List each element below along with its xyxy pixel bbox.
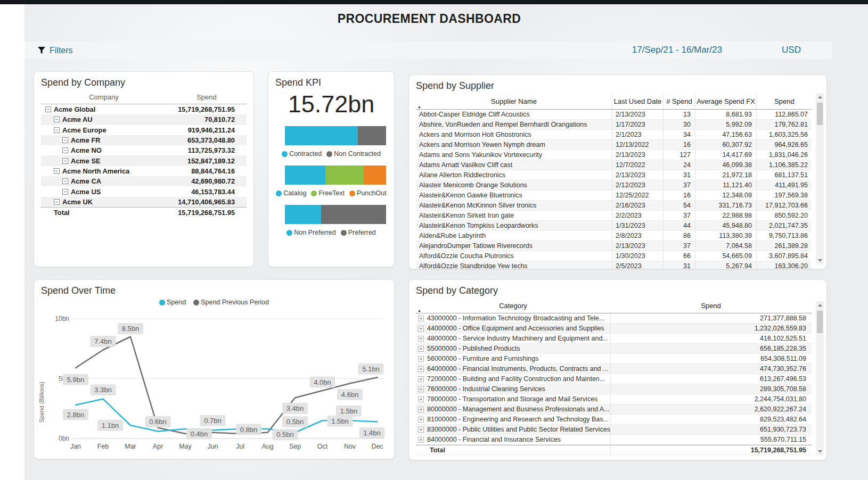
expand-icon[interactable]: + [418, 366, 424, 372]
supplier-row[interactable]: Ackers and Morrison Holt Ghostronics2/1/… [416, 130, 812, 140]
company-row[interactable]: −Acme AU70,810.72 [41, 114, 247, 125]
collapse-icon[interactable]: − [62, 158, 68, 164]
collapse-icon[interactable]: − [62, 178, 68, 184]
category-row[interactable]: +72000000 - Building and Facility Constr… [416, 374, 812, 384]
expand-icon[interactable]: + [418, 316, 424, 321]
company-row[interactable]: −Acme FR653,373,048.80 [41, 135, 247, 145]
category-column-header[interactable]: Category ▲ [416, 299, 610, 313]
supplier-row[interactable]: Alasteir Menicomb Orange Solutions2/12/2… [416, 180, 812, 191]
company-row[interactable]: −Acme North America88,844,764.16 [41, 166, 247, 176]
expand-icon[interactable]: + [418, 336, 424, 342]
collapse-icon[interactable]: − [54, 199, 60, 205]
company-row[interactable]: −Acme Europe919,946,211.24 [41, 125, 247, 135]
supplier-column-header[interactable]: Average Spend FX [695, 94, 756, 109]
legend-item[interactable]: Catalog [276, 189, 306, 197]
category-row[interactable]: +81000000 - Engineering and Research and… [416, 415, 812, 425]
supplier-column-header[interactable]: # Spend [663, 94, 695, 109]
supplier-row[interactable]: Alford&Ozzie Standbridge Yew techs2/5/20… [416, 261, 812, 269]
kpi-segment-non-preferred[interactable] [285, 205, 321, 224]
currency-filter[interactable]: USD [782, 45, 801, 55]
category-row[interactable]: +64000000 - Financial Instruments, Produ… [416, 364, 812, 374]
legend-item-spend-previous-period[interactable]: Spend Previous Period [193, 299, 269, 306]
supplier-column-header[interactable]: Last Used Date [612, 94, 663, 109]
filters-toggle[interactable]: Filters [37, 42, 73, 59]
supplier-row[interactable]: Abshire, VonRueden and Rempel Bernhardt … [416, 120, 812, 130]
supplier-row[interactable]: Ailane Allerton Riddlectronics2/13/20233… [416, 170, 812, 180]
supplier-row[interactable]: Abbot-Casper Eldridge Cliff Acoustics2/1… [416, 110, 812, 120]
supplier-row[interactable]: Alden&Rube Labyrinth2/8/202386113,380.39… [416, 231, 812, 241]
category-row[interactable]: +55000000 - Published Products656,185,22… [416, 344, 812, 354]
legend-item[interactable]: Non Contracted [326, 150, 381, 158]
expand-icon[interactable]: + [418, 356, 424, 362]
supplier-row[interactable]: Adams Arnatt Vasilkov Cliff cast12/7/202… [416, 160, 812, 170]
collapse-icon[interactable]: − [54, 168, 60, 174]
category-row[interactable]: +78000000 - Transportation and Storage a… [416, 394, 812, 404]
supplier-row[interactable]: Alasteir&Kenon Sirkett Iron gate2/2/2023… [416, 211, 812, 221]
date-range-filter[interactable]: 17/Sep/21 - 16/Mar/23 [632, 45, 722, 55]
supplier-row[interactable]: AlejandroDumper Tatlowe Riverecords2/13/… [416, 241, 812, 251]
supplier-column-header[interactable]: Supplier Name▲ [416, 94, 612, 109]
expand-icon[interactable]: + [418, 386, 424, 392]
supplier-row[interactable]: Alasteir&Kenon Tompkiss Leopardworks1/31… [416, 221, 812, 231]
legend-item[interactable]: Contracted [282, 150, 322, 158]
category-row[interactable]: +44000000 - Office Equipment and Accesso… [416, 324, 812, 334]
category-scrollbar[interactable] [816, 301, 824, 456]
collapse-icon[interactable]: − [62, 147, 68, 153]
expand-icon[interactable]: + [418, 376, 424, 382]
expand-icon[interactable]: + [418, 417, 424, 423]
collapse-icon[interactable]: − [54, 117, 60, 122]
expand-icon[interactable]: + [418, 407, 424, 412]
kpi-segment-freetext[interactable] [325, 165, 364, 185]
expand-icon[interactable]: + [418, 437, 424, 443]
scrollbar-thumb[interactable] [817, 103, 823, 125]
kpi-segment-preferred[interactable] [321, 205, 386, 224]
kpi-segment-catalog[interactable] [285, 165, 325, 185]
expand-icon[interactable]: + [418, 396, 424, 402]
kpi-segment-non-contracted[interactable] [358, 126, 386, 145]
company-row[interactable]: −Acme SE152,847,189.12 [41, 155, 247, 165]
collapse-icon[interactable]: − [45, 106, 51, 112]
category-row[interactable]: +84000000 - Financial and Insurance Serv… [416, 435, 812, 445]
company-column-header[interactable]: Company [41, 93, 167, 101]
collapse-icon[interactable]: − [62, 189, 68, 195]
expand-icon[interactable]: + [418, 427, 424, 433]
supplier-row[interactable]: Alford&Ozzie Coucha Plutronics1/30/20236… [416, 251, 812, 261]
scroll-up-icon[interactable] [816, 93, 824, 101]
legend-item[interactable]: Non Preferred [286, 229, 336, 236]
company-row[interactable]: −Acme UK14,710,406,965.83 [41, 197, 247, 207]
category-row[interactable]: +56000000 - Furniture and Furnishings654… [416, 354, 812, 364]
company-row[interactable]: −Acme CA42,690,980.72 [41, 176, 247, 186]
category-row[interactable]: +80000000 - Management and Business Prof… [416, 404, 812, 415]
company-row[interactable]: −Acme Global15,719,268,751.95 [41, 104, 247, 114]
expand-icon[interactable]: + [418, 346, 424, 352]
category-row[interactable]: +48000000 - Service Industry Machinery a… [416, 334, 812, 344]
company-row[interactable]: −Acme US46,153,783.44 [41, 186, 247, 196]
spend-column-header[interactable]: Spend [610, 299, 812, 313]
scroll-up-icon[interactable] [816, 301, 824, 309]
collapse-icon[interactable]: − [62, 137, 68, 143]
expand-icon[interactable]: + [418, 326, 424, 332]
supplier-column-header[interactable]: Spend [756, 94, 812, 109]
supplier-row[interactable]: Alasteir&Kenon Gawke Bluetronics12/25/20… [416, 191, 812, 201]
legend-item[interactable]: PunchOut [349, 189, 387, 197]
category-row[interactable]: +43000000 - Information Technology Broad… [416, 313, 812, 324]
kpi-segment-contracted[interactable] [285, 126, 358, 145]
company-row[interactable]: −Acme NO113,725,973.32 [41, 145, 247, 155]
kpi-segment-punchout[interactable] [364, 165, 386, 185]
supplier-row[interactable]: Adams and Sons Yakunikov Vortexecurity2/… [416, 150, 812, 160]
category-name-cell: +64000000 - Financial Instruments, Produ… [416, 364, 610, 374]
scroll-down-icon[interactable] [816, 448, 824, 456]
legend-item[interactable]: FreeText [311, 189, 345, 197]
scroll-down-icon[interactable] [816, 256, 824, 264]
category-row[interactable]: +76000000 - Industrial Cleaning Services… [416, 384, 812, 394]
spend-value: 681,137.51 [756, 170, 812, 180]
legend-item[interactable]: Preferred [341, 229, 376, 236]
supplier-row[interactable]: Alasteir&Kenon McKinnon Silver tronics2/… [416, 201, 812, 211]
supplier-scrollbar[interactable] [816, 93, 824, 264]
supplier-row[interactable]: Ackers and Morrison Yewen Nymph dream12/… [416, 140, 812, 150]
spend-column-header[interactable]: Spend [167, 93, 247, 101]
legend-item-spend[interactable]: Spend [159, 299, 186, 306]
collapse-icon[interactable]: − [54, 127, 60, 133]
scrollbar-thumb[interactable] [817, 311, 823, 333]
category-row[interactable]: +83000000 - Public Utilities and Public … [416, 425, 812, 435]
